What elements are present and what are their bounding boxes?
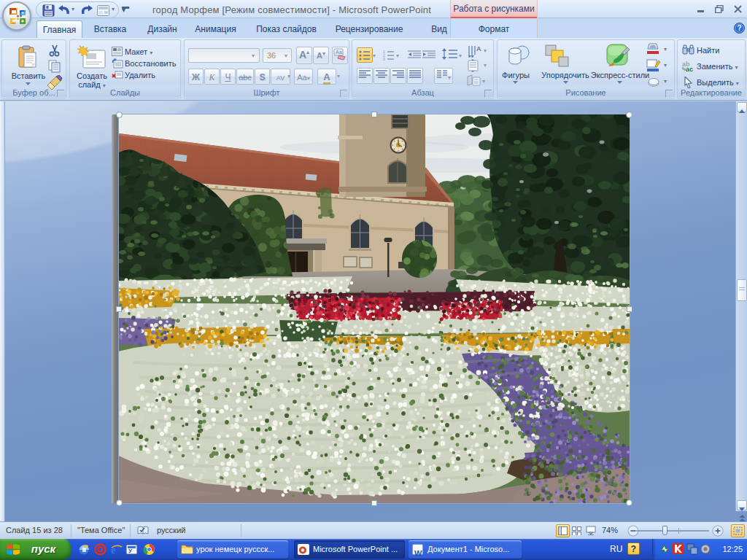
svg-text:A: A — [476, 45, 481, 52]
svg-text:3: 3 — [383, 57, 385, 61]
svg-text:Aa: Aa — [336, 50, 342, 55]
svg-text:ac: ac — [686, 66, 693, 72]
svg-text:?: ? — [738, 24, 742, 32]
